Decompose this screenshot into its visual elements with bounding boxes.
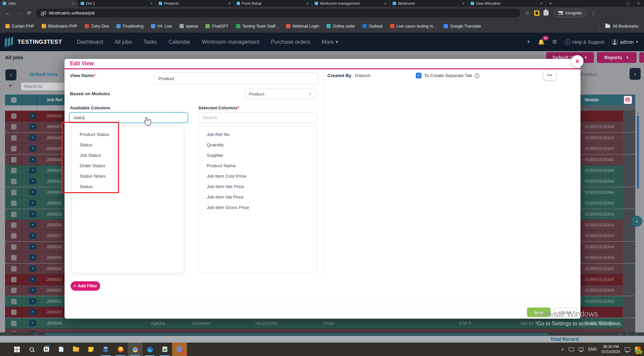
nav-item-calendar[interactable]: Calendar	[168, 39, 190, 45]
row-actions-dots-icon[interactable]: ⋮	[627, 255, 631, 260]
tri-right-icon[interactable]: ▸	[35, 332, 36, 335]
calculator-icon[interactable]	[98, 343, 113, 356]
row-actions-cell[interactable]: ⋮	[623, 242, 635, 252]
row-checkbox[interactable]	[11, 146, 16, 151]
bookmark-item[interactable]: V4- Live	[151, 24, 172, 29]
extensions-puzzle-icon[interactable]	[544, 10, 549, 15]
row-actions-dots-icon[interactable]: ⋮	[627, 135, 631, 140]
row-actions-cell[interactable]: ⋮	[623, 176, 635, 187]
table-horizontal-scrollbar[interactable]	[0, 332, 644, 336]
bookmark-item[interactable]: Live cases testing m...	[390, 24, 437, 29]
reload-icon[interactable]: ⟳	[27, 10, 31, 16]
notes-app-icon[interactable]	[157, 343, 172, 356]
nav-item-workroom-management[interactable]: Workroom management	[202, 39, 259, 45]
nav-item-tasks[interactable]: Tasks	[143, 39, 157, 45]
row-checkbox[interactable]	[11, 212, 16, 217]
row-actions-cell[interactable]: ⋮	[623, 133, 635, 143]
row-actions-dots-icon[interactable]: ⋮	[627, 320, 631, 325]
row-expand-chevron-icon[interactable]: ▾	[29, 320, 36, 326]
tab-close-icon[interactable]: ✕	[462, 2, 465, 5]
window-close-icon[interactable]: ✕	[637, 1, 640, 6]
row-actions-dots-icon[interactable]: ⋮	[627, 298, 631, 304]
bookmark-item[interactable]: Zoho One	[85, 24, 109, 29]
table-vertical-scrollbar[interactable]: ▲	[636, 112, 640, 193]
row-actions-cell[interactable]: ⋮	[623, 230, 635, 241]
row-checkbox[interactable]	[11, 277, 16, 282]
bookmark-item[interactable]: Blindmatrix PHP	[42, 24, 77, 29]
bookmark-item[interactable]: Outlook	[362, 24, 383, 29]
row-expand-chevron-icon[interactable]: ▾	[29, 123, 36, 130]
selected-columns-search-input[interactable]: Search	[198, 112, 317, 123]
user-menu[interactable]: admin ▾	[612, 39, 638, 45]
teams-app-icon[interactable]: 1	[172, 343, 187, 356]
mobile-column-header[interactable]: Mobile	[585, 97, 599, 102]
browser-menu-icon[interactable]: ⋮	[591, 10, 596, 16]
row-checkbox[interactable]	[11, 157, 16, 163]
row-expand-chevron-icon[interactable]: ▾	[29, 145, 36, 152]
row-actions-cell[interactable]: ⋮	[623, 187, 635, 198]
start-button[interactable]	[9, 343, 24, 356]
tab-close-icon[interactable]: ✕	[306, 2, 309, 5]
browser-tab[interactable]: Oct 1✕	[78, 0, 156, 7]
row-actions-dots-icon[interactable]: ⋮	[627, 124, 631, 129]
notifications-bell-icon[interactable]: 🔔 92	[538, 39, 545, 45]
row-actions-dots-icon[interactable]: ⋮	[627, 168, 631, 173]
row-expand-chevron-icon[interactable]: ▾	[29, 167, 36, 174]
all-bookmarks-button[interactable]: All Bookmarks	[599, 24, 639, 29]
row-checkbox[interactable]	[11, 124, 16, 130]
views-scroll-right-button[interactable]: ›	[630, 68, 641, 80]
row-actions-dots-icon[interactable]: ⋮	[627, 266, 631, 271]
row-actions-dots-icon[interactable]: ⋮	[627, 222, 631, 227]
help-support-link[interactable]: ? Help & Support	[565, 39, 604, 45]
browser-tab[interactable]: Form-Setup✕	[234, 0, 312, 7]
new-tab-button[interactable]: +	[546, 0, 555, 7]
row-actions-dots-icon[interactable]: ⋮	[627, 287, 631, 292]
row-checkbox[interactable]	[11, 244, 16, 250]
row-actions-dots-icon[interactable]: ⋮	[627, 157, 631, 162]
views-scroll-left-button[interactable]: ‹	[5, 69, 16, 80]
row-checkbox[interactable]	[11, 135, 16, 141]
row-actions-cell[interactable]: ⋮	[623, 198, 635, 209]
bookmark-item[interactable]: ChatGPT	[205, 24, 229, 29]
row-actions-cell[interactable]: ⋮	[623, 121, 635, 132]
browser-tab[interactable]: Workroom✕	[390, 0, 468, 7]
cast-icon[interactable]	[569, 347, 574, 351]
bookmark-item[interactable]: openai	[179, 24, 198, 29]
nav-item-more[interactable]: More ▾	[322, 39, 338, 45]
info-icon[interactable]: i	[475, 73, 479, 78]
jobs-search-input[interactable]: Search for	[21, 82, 65, 91]
row-actions-dots-icon[interactable]: ⋮	[627, 178, 631, 183]
selected-column-item[interactable]: Job Ref No	[199, 129, 317, 140]
row-actions-dots-icon[interactable]: ⋮	[627, 233, 631, 238]
notepad-icon[interactable]	[54, 343, 69, 356]
row-expand-chevron-icon[interactable]: ▾	[29, 254, 36, 261]
row-actions-dots-icon[interactable]: ⋮	[627, 113, 631, 118]
tab-close-icon[interactable]: ✕	[540, 2, 543, 5]
close-icon[interactable]: ✕	[571, 55, 583, 67]
selected-column-item[interactable]: Quantity	[199, 140, 317, 150]
copilot-icon[interactable]: PRE	[635, 347, 641, 352]
network-icon[interactable]	[579, 348, 583, 351]
tab-close-icon[interactable]: ✕	[72, 2, 75, 5]
row-expand-chevron-icon[interactable]: ▾	[29, 222, 36, 228]
brand[interactable]: TESTING3TEST	[4, 36, 62, 48]
bookmark-star-icon[interactable]: ☆	[525, 10, 529, 16]
edge-icon[interactable]	[143, 343, 157, 356]
browser-tab[interactable]: Workroom management✕	[312, 0, 390, 7]
sticky-notes-icon[interactable]	[83, 343, 98, 356]
scrollbar-thumb[interactable]	[637, 115, 639, 189]
firefox-icon[interactable]	[113, 343, 128, 356]
modal-more-options-button[interactable]: •••	[544, 70, 556, 80]
tri-left-icon[interactable]: ◂	[7, 332, 8, 335]
row-actions-cell[interactable]: ⋮	[623, 318, 635, 329]
row-actions-cell[interactable]: ⋮	[623, 252, 635, 263]
selected-column-item[interactable]: Supplier	[199, 150, 317, 161]
back-icon[interactable]: ←	[5, 10, 11, 16]
window-restore-icon[interactable]: ▢	[626, 1, 629, 6]
browser-tab[interactable]: User Allocation✕	[468, 0, 546, 7]
row-expand-chevron-icon[interactable]: ▾	[29, 276, 36, 283]
tab-close-icon[interactable]: ✕	[150, 2, 153, 5]
extension-icon[interactable]	[534, 10, 539, 16]
bookmark-item[interactable]: Webmail Login	[286, 24, 319, 29]
selected-column-item[interactable]: Job Item Net Price	[199, 181, 317, 192]
